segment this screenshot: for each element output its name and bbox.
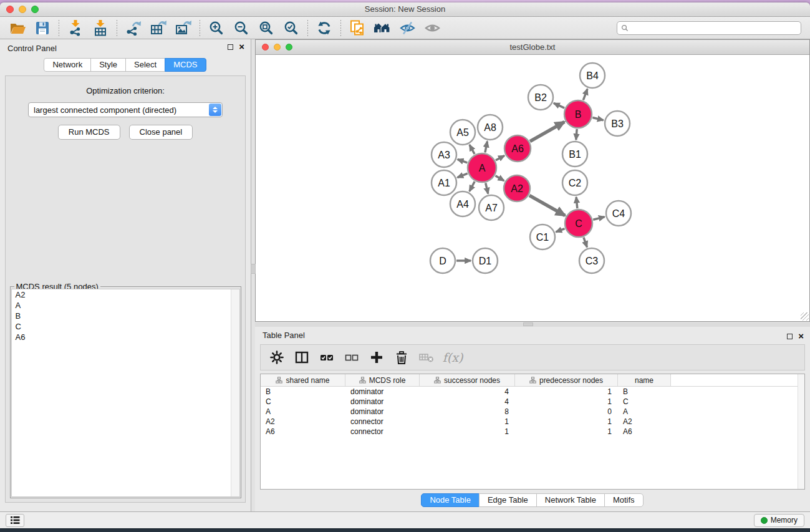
list-item[interactable]: A6 <box>12 332 239 342</box>
graph-node-A[interactable]: A <box>468 153 496 182</box>
graph-edge-B-B3[interactable] <box>592 118 603 120</box>
graph-node-B2[interactable]: B2 <box>528 85 553 110</box>
graph-node-C[interactable]: C <box>565 210 592 237</box>
graph-node-C1[interactable]: C1 <box>530 225 555 249</box>
delete-table-button[interactable] <box>415 347 438 368</box>
search-box[interactable] <box>617 21 801 35</box>
import-table-button[interactable] <box>88 19 113 37</box>
tab-motifs[interactable]: Motifs <box>604 493 644 507</box>
close-network-button[interactable] <box>262 44 269 51</box>
tab-node-table[interactable]: Node Table <box>421 493 480 507</box>
float-panel-icon[interactable] <box>228 44 233 50</box>
copy-network-button[interactable] <box>345 19 370 37</box>
show-graphics-button[interactable] <box>420 19 445 37</box>
column-header-shared-name[interactable]: shared name <box>261 374 345 386</box>
node-table[interactable]: shared nameMCDS rolesuccessor nodesprede… <box>260 374 805 490</box>
tab-network-table[interactable]: Network Table <box>536 493 605 507</box>
float-panel-icon[interactable] <box>787 334 793 339</box>
table-row[interactable]: Cdominator41C <box>261 397 804 407</box>
graph-edge-A-A8[interactable] <box>485 142 488 153</box>
table-settings-button[interactable] <box>266 347 288 368</box>
search-input[interactable] <box>631 24 797 32</box>
network-canvas[interactable]: B4B2BB3B1A5A8A6A3AA1A2C2A4A7CC4C1C3DD1 <box>256 55 809 321</box>
list-item[interactable]: A2 <box>12 289 239 300</box>
zoom-in-button[interactable] <box>204 19 229 37</box>
tab-style[interactable]: Style <box>90 58 126 72</box>
graph-edge-A-A6[interactable] <box>496 155 504 160</box>
graph-node-C2[interactable]: C2 <box>562 170 587 195</box>
graph-node-A3[interactable]: A3 <box>432 142 456 167</box>
column-header-successor-nodes[interactable]: successor nodes <box>420 374 515 386</box>
table-row[interactable]: A6connector11A6 <box>261 427 804 437</box>
graph-edge-C-C3[interactable] <box>584 238 587 248</box>
list-item[interactable]: C <box>12 321 239 332</box>
graph-node-B[interactable]: B <box>564 100 592 128</box>
graph-edge-C-C2[interactable] <box>576 197 577 208</box>
horizontal-splitter[interactable] <box>255 322 810 327</box>
graph-edge-A-A4[interactable] <box>470 181 475 191</box>
table-row[interactable]: A2connector11A2 <box>261 417 804 427</box>
close-window-button[interactable] <box>6 6 14 13</box>
graph-node-A8[interactable]: A8 <box>478 115 503 140</box>
tab-network[interactable]: Network <box>44 58 91 72</box>
graph-node-A2[interactable]: A2 <box>504 175 530 201</box>
graph-node-C4[interactable]: C4 <box>606 201 631 226</box>
close-panel-icon[interactable]: × <box>798 333 804 339</box>
graph-node-D1[interactable]: D1 <box>473 248 498 273</box>
column-header-name[interactable]: name <box>618 374 671 386</box>
deselect-all-button[interactable] <box>340 347 363 368</box>
tab-mcds[interactable]: MCDS <box>165 58 206 72</box>
graph-node-A7[interactable]: A7 <box>479 195 504 220</box>
graph-edge-B-B1[interactable] <box>576 129 577 140</box>
graph-node-A5[interactable]: A5 <box>450 120 475 145</box>
graph-node-B1[interactable]: B1 <box>562 142 587 167</box>
graph-node-A1[interactable]: A1 <box>432 170 456 195</box>
graph-node-D[interactable]: D <box>430 248 455 273</box>
minimize-network-button[interactable] <box>274 44 281 51</box>
graph-edge-A-A7[interactable] <box>486 183 488 193</box>
graph-node-A6[interactable]: A6 <box>504 135 531 162</box>
tab-edge-table[interactable]: Edge Table <box>479 493 537 507</box>
graph-edge-A2-C[interactable] <box>529 195 565 215</box>
add-column-button[interactable] <box>365 347 388 368</box>
table-row[interactable]: Adominator80A <box>261 407 804 417</box>
graph-edge-A-A1[interactable] <box>457 173 467 177</box>
zoom-network-button[interactable] <box>286 44 292 51</box>
graph-node-C3[interactable]: C3 <box>579 248 604 273</box>
graph-edge-C-C1[interactable] <box>556 229 565 232</box>
show-columns-button[interactable] <box>291 347 313 368</box>
splitter-grip[interactable] <box>251 264 256 274</box>
graph-edge-A-A3[interactable] <box>458 159 468 162</box>
hide-graphics-button[interactable] <box>395 19 420 37</box>
mcds-result-list[interactable]: A2ABCA6 <box>11 289 240 497</box>
table-scrollbar[interactable] <box>798 374 804 489</box>
export-network-button[interactable] <box>121 19 146 37</box>
export-image-button[interactable] <box>171 19 196 37</box>
export-table-button[interactable] <box>146 19 171 37</box>
open-file-button[interactable] <box>5 19 30 37</box>
zoom-window-button[interactable] <box>31 6 39 13</box>
save-session-button[interactable] <box>30 19 55 37</box>
function-builder-button[interactable]: f(x) <box>440 347 463 368</box>
graph-edge-B-B2[interactable] <box>554 103 564 108</box>
zoom-selected-button[interactable] <box>279 19 304 37</box>
table-row[interactable]: Bdominator41B <box>261 387 804 397</box>
graph-edge-A-A2[interactable] <box>496 176 504 181</box>
memory-button[interactable]: Memory <box>754 514 804 527</box>
result-list-scrollbar[interactable] <box>231 289 239 496</box>
import-network-button[interactable] <box>63 19 88 37</box>
column-header-predecessor-nodes[interactable]: predecessor nodes <box>515 374 618 386</box>
optimization-criterion-dropdown[interactable]: largest connected component (directed) <box>28 102 223 117</box>
close-panel-icon[interactable]: × <box>239 44 244 50</box>
network-graph[interactable]: B4B2BB3B1A5A8A6A3AA1A2C2A4A7CC4C1C3DD1 <box>256 55 809 321</box>
task-history-button[interactable] <box>6 514 24 527</box>
select-all-button[interactable] <box>316 347 338 368</box>
tab-select[interactable]: Select <box>125 58 165 72</box>
graph-edge-B-B4[interactable] <box>583 89 587 100</box>
vertical-splitter[interactable] <box>251 39 255 511</box>
zoom-out-button[interactable] <box>229 19 254 37</box>
zoom-fit-button[interactable] <box>254 19 279 37</box>
splitter-grip[interactable] <box>523 322 533 326</box>
delete-column-button[interactable] <box>390 347 413 368</box>
graph-edge-A-A5[interactable] <box>470 145 475 154</box>
